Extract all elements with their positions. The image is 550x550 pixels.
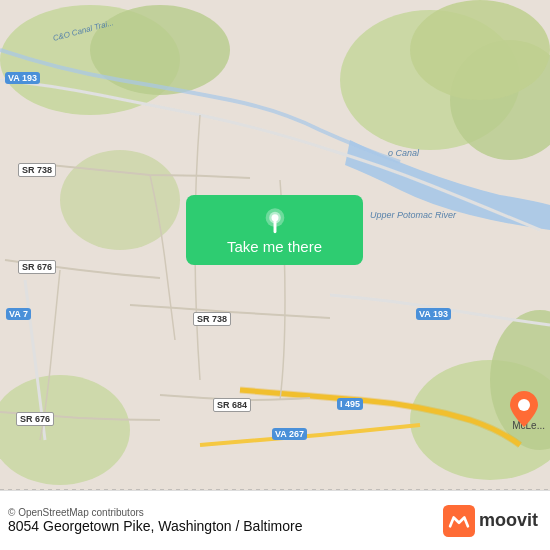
osm-attribution: © OpenStreetMap contributors — [8, 507, 302, 518]
road-label-va193-bottom: VA 193 — [416, 308, 451, 320]
take-me-there-button[interactable]: Take me there — [186, 195, 363, 265]
address-text: 8054 Georgetown Pike, Washington / Balti… — [8, 518, 302, 534]
take-me-there-label: Take me there — [227, 238, 322, 255]
moovit-logo: moovit — [443, 505, 538, 537]
road-label-va7: VA 7 — [6, 308, 31, 320]
upper-potomac-label: Upper Potomac River — [370, 210, 456, 220]
bottom-left: © OpenStreetMap contributors 8054 George… — [8, 507, 302, 534]
road-label-sr738-top: SR 738 — [18, 163, 56, 177]
road-label-sr676-left: SR 676 — [18, 260, 56, 274]
road-label-sr676-bottom: SR 676 — [16, 412, 54, 426]
road-label-i495: I 495 — [337, 398, 363, 410]
road-label-va267: VA 267 — [272, 428, 307, 440]
road-label-sr684: SR 684 — [213, 398, 251, 412]
pin-icon — [261, 206, 289, 234]
moovit-text: moovit — [479, 510, 538, 531]
map-container: VA 193 SR 738 SR 676 VA 7 SR 738 VA 193 … — [0, 0, 550, 490]
road-label-sr738-bottom: SR 738 — [193, 312, 231, 326]
moovit-logo-icon — [443, 505, 475, 537]
svg-point-14 — [518, 399, 530, 411]
svg-point-5 — [410, 0, 550, 100]
bottom-bar: © OpenStreetMap contributors 8054 George… — [0, 490, 550, 550]
moovit-map-pin — [510, 391, 538, 425]
canal-label: o Canal — [388, 148, 419, 158]
road-label-va193-top: VA 193 — [5, 72, 40, 84]
